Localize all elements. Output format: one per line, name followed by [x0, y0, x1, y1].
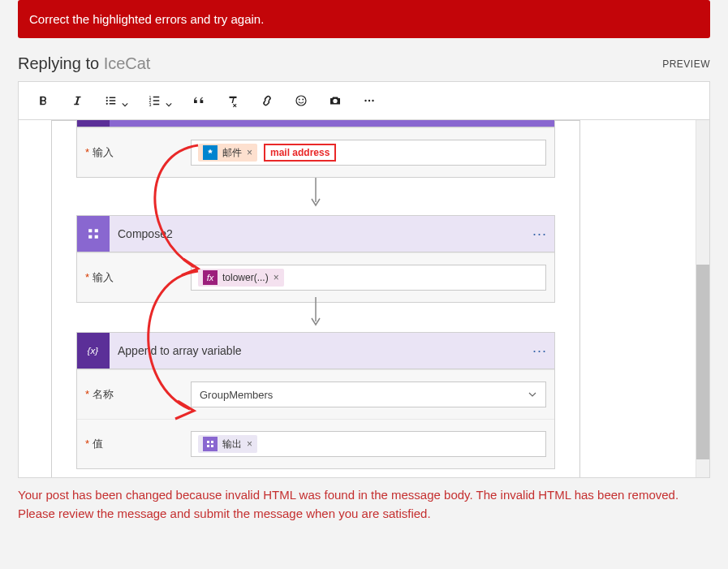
svg-rect-24 — [211, 445, 213, 447]
numbered-list-button[interactable]: 123 — [139, 88, 181, 113]
select-value: GroupMembers — [200, 389, 273, 401]
bold-button[interactable] — [27, 88, 59, 113]
value-field[interactable]: 输出 × — [191, 431, 546, 457]
editor-card: 123 — [18, 81, 710, 478]
flow-row-input: 输入 fx tolower(...) × — [77, 252, 554, 302]
value-label: 值 — [85, 437, 191, 451]
token-text: 邮件 — [222, 146, 242, 160]
arrow-down-icon — [308, 176, 324, 211]
flow-card-top: 输入 邮件 × mail address — [76, 120, 555, 178]
token-mail[interactable]: 邮件 × — [198, 144, 257, 162]
close-icon[interactable]: × — [247, 147, 252, 158]
svg-point-17 — [372, 100, 373, 101]
token-text: 输出 — [222, 438, 242, 451]
svg-rect-22 — [211, 441, 213, 443]
camera-button[interactable] — [319, 88, 351, 113]
preview-link[interactable]: PREVIEW — [662, 58, 710, 70]
warning-message: Your post has been changed because inval… — [18, 478, 710, 523]
card-menu[interactable]: ··· — [525, 343, 554, 360]
chevron-down-icon — [528, 390, 537, 399]
error-message: Correct the highlighted errors and try a… — [29, 12, 264, 26]
more-button[interactable] — [353, 88, 386, 113]
input-label: 输入 — [85, 270, 191, 285]
reply-heading: Replying to IceCat — [18, 54, 150, 73]
italic-button[interactable] — [61, 88, 93, 113]
input-label: 输入 — [85, 145, 191, 160]
svg-point-13 — [299, 99, 300, 101]
mail-address-highlight: mail address — [264, 144, 336, 162]
editor-toolbar: 123 — [19, 82, 709, 120]
fx-icon: fx — [203, 270, 218, 285]
compose-icon — [77, 120, 110, 127]
svg-rect-5 — [110, 103, 116, 105]
flow-header[interactable]: {x} Append to array variable ··· — [77, 333, 554, 369]
caret-down-icon — [122, 97, 128, 104]
token-expression[interactable]: fx tolower(...) × — [198, 269, 284, 287]
emoji-button[interactable] — [285, 88, 317, 113]
input-field[interactable]: fx tolower(...) × — [191, 265, 546, 291]
flow-card-append: {x} Append to array variable ··· 名称 Grou… — [76, 332, 555, 469]
input-field[interactable]: 邮件 × mail address — [191, 140, 546, 166]
flow-row-name: 名称 GroupMembers — [77, 369, 554, 419]
clear-format-button[interactable] — [217, 88, 249, 113]
svg-point-2 — [106, 100, 108, 101]
svg-text:3: 3 — [149, 102, 152, 107]
card-title: Append to array variable — [110, 344, 525, 357]
name-label: 名称 — [85, 387, 191, 402]
reply-prefix: Replying to — [18, 54, 104, 72]
link-button[interactable] — [251, 88, 283, 113]
flow-card-compose2: Compose2 ··· 输入 fx tolower(...) × — [76, 215, 555, 303]
select-groupmembers[interactable]: GroupMembers — [191, 381, 546, 407]
svg-rect-9 — [153, 100, 160, 101]
close-icon[interactable]: × — [247, 438, 252, 450]
caret-down-icon — [166, 97, 172, 104]
card-title: Compose2 — [110, 227, 525, 240]
svg-rect-21 — [207, 441, 209, 443]
arrow-down-icon — [308, 295, 324, 330]
svg-point-0 — [106, 97, 108, 98]
svg-point-15 — [364, 100, 366, 101]
flow-row-value: 值 输出 × — [77, 419, 554, 468]
graph-icon — [203, 145, 218, 160]
scrollbar[interactable] — [696, 120, 709, 477]
flow-card-top-header — [77, 120, 554, 127]
editor-body[interactable]: 输入 邮件 × mail address — [19, 120, 709, 477]
bullet-list-button[interactable] — [95, 88, 137, 113]
compose-icon — [203, 437, 218, 451]
flow-screenshot: 输入 邮件 × mail address — [51, 120, 580, 477]
flow-header[interactable]: Compose2 ··· — [77, 216, 554, 252]
close-icon[interactable]: × — [274, 272, 279, 283]
svg-rect-23 — [207, 445, 209, 447]
svg-point-12 — [296, 96, 306, 106]
token-text: tolower(...) — [222, 272, 269, 283]
svg-text:{x}: {x} — [88, 345, 99, 356]
scrollbar-thumb[interactable] — [696, 265, 709, 459]
svg-rect-7 — [153, 97, 160, 98]
error-banner: Correct the highlighted errors and try a… — [18, 0, 710, 38]
reply-target: IceCat — [104, 54, 151, 72]
quote-button[interactable] — [183, 88, 215, 113]
variable-icon: {x} — [77, 333, 110, 369]
token-output[interactable]: 输出 × — [198, 435, 257, 453]
svg-point-16 — [368, 100, 370, 101]
svg-point-14 — [302, 99, 304, 101]
compose-icon — [77, 216, 110, 252]
svg-rect-11 — [153, 104, 160, 106]
flow-row-input: 输入 邮件 × mail address — [77, 127, 554, 177]
svg-point-4 — [106, 103, 108, 105]
svg-rect-3 — [110, 100, 116, 101]
card-menu[interactable]: ··· — [525, 226, 554, 243]
svg-rect-1 — [110, 97, 116, 99]
